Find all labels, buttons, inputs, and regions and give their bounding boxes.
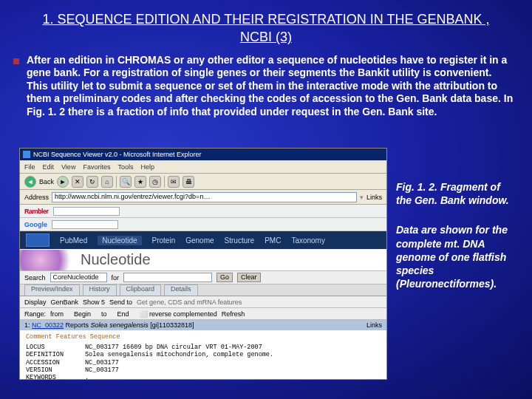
mail-button[interactable]: ✉ bbox=[168, 176, 180, 188]
figure-description: Data are shown for the complete mt. DNA … bbox=[396, 223, 516, 290]
go-button[interactable]: Go bbox=[216, 273, 233, 282]
ncbi-tab-protein[interactable]: Protein bbox=[152, 236, 176, 245]
range-row: Range: from Begin to End ⬜ reverse compl… bbox=[20, 308, 386, 320]
nucleotide-banner: Nucleotide bbox=[20, 249, 386, 271]
gi-label: [gi|110332818] bbox=[150, 321, 194, 329]
genbank-screenshot: NCBI Sequence Viewer v2.0 - Microsoft In… bbox=[19, 148, 387, 380]
clear-button[interactable]: Clear bbox=[237, 273, 261, 282]
url-input[interactable]: http://www.ncbi.nlm.ni.gov/entrez/viewer… bbox=[52, 192, 357, 202]
window-titlebar: NCBI Sequence Viewer v2.0 - Microsoft In… bbox=[20, 149, 386, 160]
result-bar: 1: NC_00322 Reports Solea senegalensis [… bbox=[20, 320, 386, 330]
ncbi-tab-genome[interactable]: Genome bbox=[185, 236, 214, 245]
species-label: Solea senegalensis bbox=[91, 321, 149, 329]
definition-value: Solea senegalensis mitochondrion, comple… bbox=[85, 351, 273, 358]
nav-toolbar: ◄ Back ► ✕ ↻ ⌂ 🔍 ★ ◷ ✉ 🖶 bbox=[20, 174, 386, 190]
forward-button[interactable]: ► bbox=[57, 176, 69, 188]
keywords-value: . bbox=[85, 374, 89, 380]
window-title: NCBI Sequence Viewer v2.0 - Microsoft In… bbox=[33, 151, 201, 158]
slide-title: 1. SEQUENCE EDITION AND THEIR REGISTRATI… bbox=[0, 0, 532, 54]
menu-view[interactable]: View bbox=[61, 163, 75, 171]
body-paragraph: After an edition in CHROMAS or any other… bbox=[27, 54, 516, 119]
rambler-toolbar: Rambler bbox=[20, 205, 386, 218]
range-label: Range: bbox=[24, 310, 46, 318]
refresh-range-button[interactable]: Refresh bbox=[222, 310, 245, 318]
menu-tools[interactable]: Tools bbox=[117, 163, 133, 171]
nucleotide-graphic bbox=[20, 250, 72, 270]
show-select[interactable]: Show 5 bbox=[83, 299, 105, 306]
end-input[interactable]: End bbox=[112, 310, 135, 318]
result-index: 1: bbox=[24, 321, 30, 329]
search-input[interactable] bbox=[123, 273, 212, 282]
to-label: to bbox=[101, 310, 107, 318]
menu-bar: File Edit View Favorites Tools Help bbox=[20, 160, 386, 174]
sendto-select[interactable]: Send to bbox=[109, 299, 132, 306]
menu-favorites[interactable]: Favorites bbox=[83, 163, 110, 171]
app-icon bbox=[23, 151, 30, 158]
display-label: Display bbox=[24, 299, 47, 306]
version-value: NC_003177 bbox=[85, 366, 119, 374]
ncbi-tab-pmc[interactable]: PMC bbox=[265, 236, 281, 245]
caption-column: Fig. 1. 2. Fragment of the Gen. Bank win… bbox=[396, 148, 516, 384]
favorites-button[interactable]: ★ bbox=[134, 176, 146, 188]
print-button[interactable]: 🖶 bbox=[183, 176, 194, 188]
search-row: Search CoreNucleotide for Go Clear bbox=[20, 271, 386, 284]
figure-caption: Fig. 1. 2. Fragment of the Gen. Bank win… bbox=[396, 180, 516, 207]
for-label: for bbox=[112, 274, 120, 282]
accession-link[interactable]: NC_00322 bbox=[32, 321, 64, 329]
ncbi-logo[interactable] bbox=[26, 233, 50, 247]
ncbi-tab-structure[interactable]: Structure bbox=[225, 236, 255, 245]
format-select[interactable]: GenBank bbox=[51, 299, 79, 306]
tab-history[interactable]: History bbox=[83, 284, 117, 296]
ncbi-tab-nucleotide[interactable]: Nucleotide bbox=[98, 236, 141, 245]
reports-label[interactable]: Reports bbox=[66, 321, 89, 329]
tab-details[interactable]: Details bbox=[164, 284, 198, 296]
hint-text: Get gene, CDS and mRNA features bbox=[137, 299, 242, 306]
display-row: Display GenBank Show 5 Send to Get gene,… bbox=[20, 296, 386, 308]
back-button[interactable]: ◄ bbox=[24, 176, 36, 188]
home-button[interactable]: ⌂ bbox=[101, 176, 113, 188]
secondary-tabs: Preview/Index History Clipboard Details bbox=[20, 284, 386, 296]
history-button[interactable]: ◷ bbox=[149, 176, 161, 188]
bullet-icon bbox=[13, 58, 19, 64]
menu-edit[interactable]: Edit bbox=[43, 163, 55, 171]
back-label: Back bbox=[39, 178, 54, 185]
tab-clipboard[interactable]: Clipboard bbox=[120, 284, 162, 296]
links-label[interactable]: Links bbox=[366, 194, 382, 201]
nucleotide-label: Nucleotide bbox=[81, 251, 151, 268]
ncbi-tab-taxonomy[interactable]: Taxonomy bbox=[291, 236, 325, 245]
google-search-input[interactable] bbox=[52, 220, 118, 229]
content-nav-links[interactable]: Comment Features Sequence bbox=[26, 333, 381, 341]
locus-value: NC_003177 16609 bp DNA circular VRT 01-M… bbox=[85, 344, 262, 351]
tab-preview[interactable]: Preview/Index bbox=[24, 284, 80, 296]
ncbi-header: PubMed Nucleotide Protein Genome Structu… bbox=[20, 231, 386, 249]
address-label: Address bbox=[24, 194, 49, 201]
address-bar: Address http://www.ncbi.nlm.ni.gov/entre… bbox=[20, 190, 386, 205]
rambler-logo[interactable]: Rambler bbox=[24, 208, 49, 215]
google-logo[interactable]: Google bbox=[24, 221, 47, 228]
stop-button[interactable]: ✕ bbox=[72, 176, 83, 188]
rc-checkbox[interactable]: ⬜ reverse complemented bbox=[140, 310, 217, 318]
accession-value: NC_003177 bbox=[85, 359, 119, 366]
search-button[interactable]: 🔍 bbox=[120, 176, 132, 188]
from-label: from bbox=[50, 310, 64, 318]
menu-file[interactable]: File bbox=[24, 163, 35, 171]
refresh-button[interactable]: ↻ bbox=[86, 176, 98, 188]
db-select[interactable]: CoreNucleotide bbox=[50, 273, 107, 282]
search-label: Search bbox=[24, 274, 46, 282]
begin-input[interactable]: Begin bbox=[68, 310, 97, 318]
links-right[interactable]: Links bbox=[366, 321, 382, 329]
menu-help[interactable]: Help bbox=[140, 163, 154, 171]
record-content: Comment Features Sequence LOCUSNC_003177… bbox=[20, 330, 386, 380]
google-toolbar: Google bbox=[20, 218, 386, 231]
ncbi-tab-pubmed[interactable]: PubMed bbox=[60, 236, 87, 245]
rambler-search-input[interactable] bbox=[53, 207, 120, 216]
